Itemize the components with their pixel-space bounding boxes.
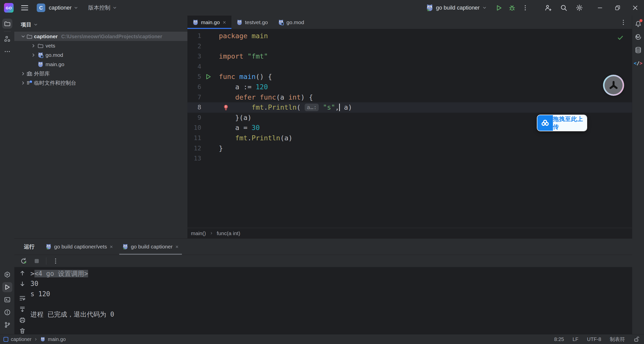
line-separator-widget[interactable]: LF bbox=[573, 336, 578, 342]
search-everywhere-button[interactable] bbox=[560, 4, 568, 12]
tree-item-main.go[interactable]: main.go bbox=[14, 60, 187, 69]
line-number[interactable]: 2 bbox=[187, 41, 201, 52]
line-number[interactable]: 9 bbox=[187, 113, 201, 123]
line-number[interactable]: 13 bbox=[187, 153, 201, 164]
notifications-button[interactable] bbox=[633, 19, 643, 29]
project-toolwindow-button[interactable] bbox=[2, 19, 12, 29]
tree-item-go.mod[interactable]: go.mod bbox=[14, 50, 187, 60]
goland-logo[interactable]: GO bbox=[4, 3, 14, 13]
ai-assistant-button[interactable] bbox=[633, 32, 643, 42]
debug-button[interactable] bbox=[508, 4, 516, 12]
tree-item-vets[interactable]: vets bbox=[14, 41, 187, 50]
close-icon[interactable] bbox=[222, 20, 226, 24]
clear-console-button[interactable] bbox=[19, 328, 26, 334]
code-line-4[interactable]: 4 bbox=[187, 62, 632, 72]
console-output[interactable]: ><4 go 设置调用>30s 120进程 已完成，退出代码为 0 bbox=[30, 267, 632, 334]
code-line-6[interactable]: 6 a := 120 bbox=[187, 82, 632, 92]
console-more-button[interactable] bbox=[52, 257, 59, 265]
close-icon[interactable] bbox=[109, 245, 113, 249]
status-project-crumb[interactable]: captioner bbox=[11, 336, 31, 342]
netdisk-upload-dropzone[interactable]: 拖拽至此上传 bbox=[537, 115, 587, 131]
code-line-11[interactable]: 11 fmt.Println(a) bbox=[187, 133, 632, 143]
code-line-7[interactable]: 7 defer func(a int) { bbox=[187, 92, 632, 103]
status-file-crumb[interactable]: main.go bbox=[48, 336, 66, 342]
line-number[interactable]: 10 bbox=[187, 123, 201, 133]
tab-options-button[interactable] bbox=[620, 19, 627, 26]
editor-tab-main.go[interactable]: main.go bbox=[187, 16, 231, 29]
code-line-5[interactable]: 5func main() { bbox=[187, 72, 632, 82]
run-button[interactable] bbox=[495, 4, 503, 12]
endpoints-plugin-button[interactable]: </> bbox=[633, 58, 643, 68]
run-tab-go-build-captioner-vets[interactable]: go build captioner/vets bbox=[41, 239, 118, 255]
line-number[interactable]: 5 bbox=[187, 72, 201, 82]
project-panel-header[interactable]: 项目 bbox=[14, 16, 187, 32]
tree-item----[interactable]: 外部库 bbox=[14, 69, 187, 78]
indent-widget[interactable]: 制表符 bbox=[610, 336, 625, 343]
chevron-right-icon[interactable] bbox=[31, 43, 36, 48]
main-menu-button[interactable] bbox=[21, 5, 28, 10]
console-command-chip[interactable]: <4 go 设置调用> bbox=[34, 270, 88, 277]
code-line-1[interactable]: 1package main bbox=[187, 31, 632, 41]
window-close-button[interactable] bbox=[626, 0, 644, 16]
window-restore-button[interactable] bbox=[609, 0, 626, 16]
stop-button[interactable] bbox=[33, 257, 41, 265]
run-config-label[interactable]: go build captioner bbox=[436, 5, 480, 11]
line-number[interactable]: 4 bbox=[187, 62, 201, 72]
run-panel-header: 运行 go build captioner/vetsgo build capti… bbox=[14, 239, 632, 255]
services-toolwindow-button[interactable] bbox=[2, 270, 12, 280]
next-occurrence-button[interactable] bbox=[19, 280, 26, 287]
settings-button[interactable] bbox=[576, 4, 583, 12]
structure-toolwindow-button[interactable] bbox=[2, 34, 12, 44]
project-widget[interactable]: captioner bbox=[49, 5, 78, 11]
unlock-icon[interactable] bbox=[633, 336, 639, 342]
chevron-down-icon[interactable] bbox=[482, 6, 487, 10]
editor-tab-testvet.go[interactable]: testvet.go bbox=[231, 16, 273, 29]
add-user-button[interactable] bbox=[544, 4, 552, 12]
code-line-2[interactable]: 2 bbox=[187, 41, 632, 52]
line-number[interactable]: 7 bbox=[187, 92, 201, 103]
tree-item-captioner[interactable]: captionerC:\Users\meowr\GolandProjects\c… bbox=[14, 32, 187, 41]
print-button[interactable] bbox=[19, 317, 26, 323]
caret-position-widget[interactable]: 8:25 bbox=[554, 336, 564, 342]
more-toolwindows-button[interactable] bbox=[2, 47, 12, 57]
chevron-right-icon[interactable] bbox=[21, 80, 26, 85]
vcs-widget[interactable]: 版本控制 bbox=[88, 4, 117, 12]
breadcrumb-item[interactable]: main() bbox=[191, 230, 206, 236]
soft-wrap-button[interactable] bbox=[19, 295, 26, 302]
code-line-3[interactable]: 3import "fmt" bbox=[187, 51, 632, 62]
scroll-to-end-button[interactable] bbox=[19, 306, 26, 313]
code-line-13[interactable]: 13 bbox=[187, 153, 632, 164]
screen-share-overlay-badge[interactable] bbox=[603, 75, 624, 96]
window-minimize-button[interactable] bbox=[591, 0, 609, 16]
run-tab-go-build-captioner[interactable]: go build captioner bbox=[118, 239, 183, 255]
breadcrumb-item[interactable]: func(a int) bbox=[217, 230, 240, 236]
run-toolwindow-button[interactable] bbox=[2, 282, 12, 292]
line-number[interactable]: 12 bbox=[187, 143, 201, 154]
run-console[interactable]: ><4 go 设置调用>30s 120进程 已完成，退出代码为 0 bbox=[14, 267, 632, 334]
divider bbox=[4, 31, 11, 31]
rerun-button[interactable] bbox=[20, 257, 27, 265]
project-avatar[interactable]: C bbox=[37, 4, 45, 12]
line-number[interactable]: 1 bbox=[187, 31, 201, 41]
line-number[interactable]: 8 bbox=[187, 102, 201, 113]
database-toolwindow-button[interactable] bbox=[633, 45, 643, 55]
tree-item---------[interactable]: 临时文件和控制台 bbox=[14, 78, 187, 88]
line-number[interactable]: 11 bbox=[187, 133, 201, 143]
line-number[interactable]: 6 bbox=[187, 82, 201, 92]
line-number[interactable]: 3 bbox=[187, 51, 201, 62]
code-line-12[interactable]: 12} bbox=[187, 143, 632, 154]
editor-tab-go.mod[interactable]: go.mod bbox=[273, 16, 309, 29]
chevron-right-icon[interactable] bbox=[31, 53, 36, 58]
inspection-ok-icon[interactable] bbox=[617, 34, 624, 41]
code-line-8[interactable]: 8 fmt.Println( a…: "s", a) bbox=[187, 102, 632, 113]
terminal-toolwindow-button[interactable] bbox=[2, 295, 12, 305]
chevron-down-icon[interactable] bbox=[21, 34, 26, 39]
problems-toolwindow-button[interactable] bbox=[2, 307, 12, 317]
chevron-right-icon[interactable] bbox=[21, 71, 26, 76]
close-icon[interactable] bbox=[175, 245, 179, 249]
git-toolwindow-button[interactable] bbox=[2, 320, 12, 330]
more-run-actions-button[interactable] bbox=[521, 4, 529, 12]
run-line-icon[interactable] bbox=[205, 73, 212, 80]
encoding-widget[interactable]: UTF-8 bbox=[587, 336, 601, 342]
prev-occurrence-button[interactable] bbox=[19, 270, 26, 276]
